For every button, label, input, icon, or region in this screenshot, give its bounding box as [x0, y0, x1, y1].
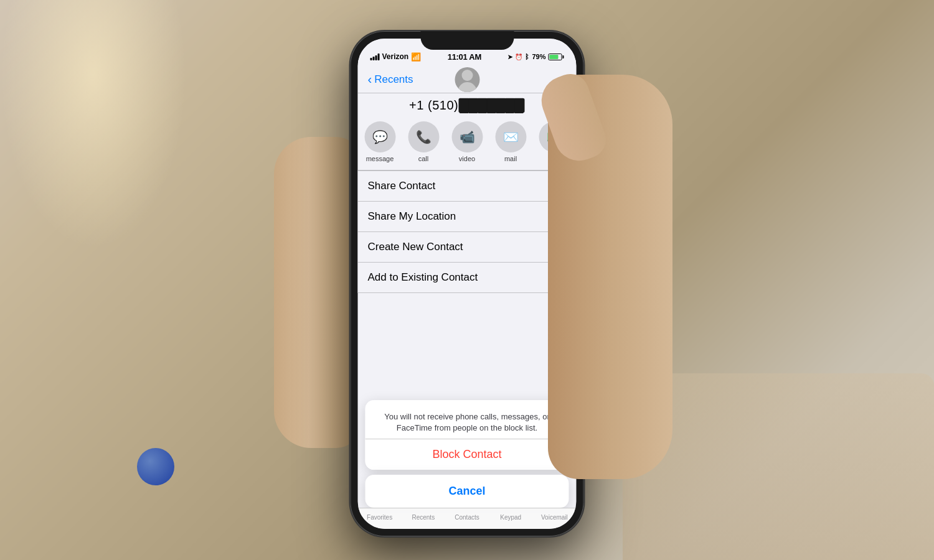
- notch: [420, 31, 514, 50]
- message-icon: 💬: [364, 121, 395, 152]
- bluetooth-icon: ᛒ: [525, 53, 529, 60]
- back-button[interactable]: ‹ Recents: [368, 73, 413, 86]
- back-label: Recents: [374, 73, 413, 86]
- screen: Verizon 📶 11:01 AM ➤ ⏰ ᛒ 79%: [358, 39, 577, 529]
- status-left: Verizon 📶: [370, 52, 422, 62]
- cancel-label: Cancel: [448, 485, 485, 497]
- tab-voicemail[interactable]: Voicemail: [532, 514, 576, 521]
- create-contact-item[interactable]: Create New Contact: [358, 232, 577, 263]
- mail-action[interactable]: ✉️ mail: [495, 121, 526, 162]
- video-action[interactable]: 📹 video: [451, 121, 483, 162]
- contact-avatar: [455, 67, 479, 92]
- message-action[interactable]: 💬 message: [364, 121, 395, 162]
- signal-icon: [370, 53, 380, 60]
- share-contact-item[interactable]: Share Contact: [358, 170, 577, 202]
- add-existing-label: Add to Existing Contact: [368, 271, 478, 283]
- tab-recents-label: Recents: [412, 514, 435, 521]
- scene: Verizon 📶 11:01 AM ➤ ⏰ ᛒ 79%: [0, 0, 934, 560]
- phone-number-text: +1 (510): [409, 98, 458, 112]
- add-existing-contact-item[interactable]: Add to Existing Contact: [358, 263, 577, 293]
- create-contact-label: Create New Contact: [368, 241, 463, 253]
- alarm-icon: ⏰: [515, 54, 522, 60]
- share-location-label: Share My Location: [368, 210, 456, 222]
- tab-bar: Favorites Recents Contacts Keypad Voicem…: [358, 508, 577, 529]
- action-buttons-row: 💬 message 📞 call 📹 video ✉️: [358, 121, 577, 162]
- block-contact-label: Block Contact: [432, 448, 501, 460]
- avatar-body: [458, 82, 476, 92]
- tab-keypad-label: Keypad: [500, 514, 521, 521]
- tab-favorites-label: Favorites: [367, 514, 392, 521]
- share-location-item[interactable]: Share My Location: [358, 202, 577, 232]
- back-chevron-icon: ‹: [368, 73, 372, 85]
- carrier-label: Verizon: [382, 52, 409, 61]
- tab-contacts[interactable]: Contacts: [445, 514, 489, 521]
- call-action[interactable]: 📞 call: [408, 121, 439, 162]
- video-label: video: [459, 155, 475, 162]
- cancel-button[interactable]: Cancel: [366, 475, 569, 508]
- call-label: call: [418, 155, 429, 162]
- tab-favorites[interactable]: Favorites: [358, 514, 402, 521]
- tab-contacts-label: Contacts: [455, 514, 479, 521]
- avatar-head: [461, 70, 473, 81]
- wifi-icon: 📶: [411, 52, 421, 62]
- status-right: ➤ ⏰ ᛒ 79%: [507, 53, 564, 60]
- call-icon: 📞: [408, 121, 439, 152]
- block-contact-button[interactable]: Block Contact: [366, 439, 569, 470]
- alert-box: You will not receive phone calls, messag…: [366, 400, 569, 470]
- hand-left: [274, 137, 361, 448]
- tab-voicemail-label: Voicemail: [541, 514, 568, 521]
- menu-list: Share Contact Share My Location Create N…: [358, 170, 577, 293]
- tab-keypad[interactable]: Keypad: [489, 514, 532, 521]
- battery-percentage: 79%: [532, 53, 545, 60]
- hand-with-phone: Verizon 📶 11:01 AM ➤ ⏰ ᛒ 79%: [311, 12, 623, 548]
- status-time: 11:01 AM: [448, 52, 481, 62]
- phone-redacted: ███████: [458, 98, 525, 113]
- battery-indicator: [548, 54, 564, 60]
- mail-icon: ✉️: [495, 121, 526, 152]
- alert-message: You will not receive phone calls, messag…: [366, 400, 569, 439]
- location-icon: ➤: [507, 54, 512, 60]
- hand-right: [548, 75, 672, 479]
- alert-backdrop: You will not receive phone calls, messag…: [366, 400, 569, 508]
- tab-recents[interactable]: Recents: [402, 514, 445, 521]
- share-contact-label: Share Contact: [368, 180, 436, 192]
- video-icon: 📹: [451, 121, 483, 152]
- mail-label: mail: [504, 155, 517, 162]
- message-label: message: [366, 155, 394, 162]
